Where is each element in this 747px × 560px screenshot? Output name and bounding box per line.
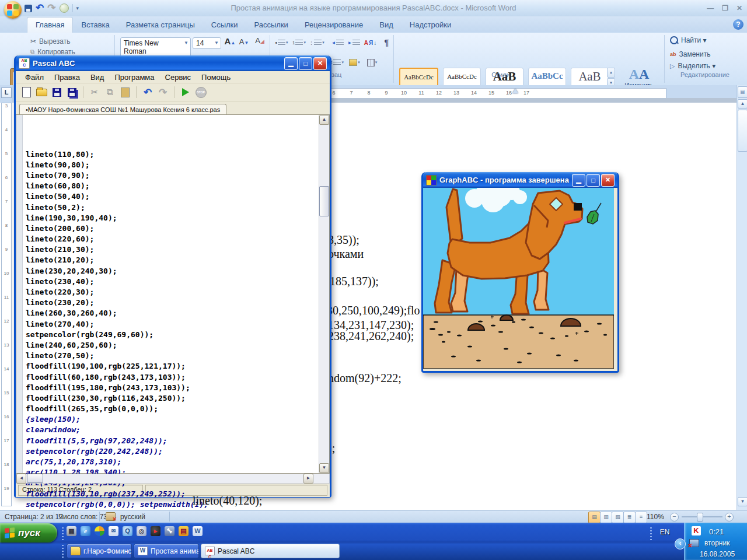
restore-icon[interactable]: ❐: [722, 4, 728, 12]
undo-button[interactable]: ↶: [142, 86, 153, 98]
code-line[interactable]: lineto(60,80);: [26, 181, 208, 191]
menu-item[interactable]: Правка: [50, 72, 85, 82]
pilcrow-button[interactable]: ¶: [378, 36, 395, 50]
code-line[interactable]: lineto(50,2);: [26, 202, 208, 213]
save-button[interactable]: [51, 86, 62, 98]
scroll-thumb[interactable]: [27, 474, 43, 483]
scroll-up-icon[interactable]: ▲: [738, 99, 747, 108]
taskbar-button-folder[interactable]: г.Наро-Фоминск МА...: [67, 544, 132, 558]
quicktime-icon[interactable]: Q: [123, 526, 132, 536]
code-line[interactable]: floodfill(60,180,rgb(243,173,103));: [26, 372, 208, 383]
code-editor[interactable]: lineto(110,80);lineto(90,80);lineto(70,9…: [16, 114, 330, 474]
code-line[interactable]: arc(75,1,20,178,310);: [26, 457, 208, 467]
code-line[interactable]: floodfill(130,10,rgb(237,249,252));: [26, 489, 208, 499]
editor-tab[interactable]: •МАОУ Наро-Фоминская СОШ №1 Машурова Ксе…: [19, 104, 226, 114]
cut-button[interactable]: ✂: [89, 86, 100, 98]
minimize-icon[interactable]: —: [707, 4, 714, 12]
maximize-icon[interactable]: □: [299, 57, 312, 70]
bullets-button[interactable]: •▾: [273, 36, 290, 50]
code-line[interactable]: lineto(230,40);: [26, 276, 208, 287]
scroll-down-icon[interactable]: ▼: [738, 497, 747, 506]
taskbar-button-pascal[interactable]: ABC Pascal ABC: [201, 544, 340, 558]
qat-customize-icon[interactable]: ▾: [76, 3, 79, 13]
scroll-left-icon[interactable]: ◄: [16, 474, 26, 484]
increase-indent-button[interactable]: ►: [345, 36, 362, 50]
grow-font-button[interactable]: A▲: [223, 36, 237, 47]
indent-marker[interactable]: [512, 89, 518, 93]
redo-button[interactable]: ↷: [157, 86, 169, 98]
cd-player-icon[interactable]: ◎: [137, 526, 146, 536]
ribbon-tab[interactable]: Надстройки: [402, 18, 459, 33]
borders-button[interactable]: ▾: [364, 55, 381, 69]
cut-button[interactable]: ✂ Вырезать: [30, 37, 70, 46]
zoom-slider-thumb[interactable]: [697, 513, 703, 522]
zoom-level[interactable]: 110%: [647, 513, 664, 521]
code-line[interactable]: floodfill(5,5,rgb(97,202,248));: [26, 436, 208, 446]
moviemaker-icon[interactable]: ▤: [179, 526, 189, 536]
close-icon[interactable]: ✕: [736, 4, 742, 12]
view-reading-button[interactable]: ▥: [600, 512, 612, 523]
font-size-combo[interactable]: 14▼: [193, 37, 221, 49]
redo-icon[interactable]: ↷: [47, 3, 55, 13]
clock[interactable]: 0:21: [709, 527, 724, 536]
code-line[interactable]: line(230,20,240,30);: [26, 266, 208, 276]
qat-mode-icon[interactable]: [60, 4, 69, 13]
code-line[interactable]: lineto(220,60);: [26, 234, 208, 244]
ribbon-tab[interactable]: Разметка страницы: [118, 18, 203, 33]
sort-button[interactable]: АЯ↓: [362, 36, 379, 50]
run-button[interactable]: [180, 86, 191, 98]
scroll-down-icon[interactable]: ▼: [319, 463, 329, 473]
find-button[interactable]: Найти ▾: [670, 36, 707, 44]
ribbon-tab[interactable]: Вставка: [73, 18, 117, 33]
zoom-in-icon[interactable]: +: [725, 513, 734, 522]
ribbon-tab[interactable]: Рецензирование: [296, 18, 371, 33]
open-file-button[interactable]: [36, 86, 47, 98]
menu-item[interactable]: Файл: [20, 72, 48, 82]
word-icon[interactable]: W: [193, 526, 203, 536]
view-print-layout-button[interactable]: ▤: [588, 512, 601, 523]
clear-formatting-button[interactable]: А◢: [252, 36, 267, 46]
code-line[interactable]: line(240,60,250,60);: [26, 340, 208, 351]
pascal-title-bar[interactable]: ABC Pascal ABC ▁ □ ✕: [16, 55, 330, 71]
code-line[interactable]: floodfill(230,30,rgb(116,243,250));: [26, 393, 208, 404]
help-button[interactable]: ?: [733, 19, 743, 30]
maximize-icon[interactable]: □: [587, 174, 600, 187]
close-icon[interactable]: ✕: [313, 57, 327, 70]
scroll-thumb[interactable]: [738, 110, 747, 152]
code-line[interactable]: {sleep(150);: [26, 414, 208, 425]
code-line[interactable]: lineto(110,80);: [26, 149, 208, 160]
document-scrollbar[interactable]: ▤ ▲ ▼: [736, 85, 747, 510]
decrease-indent-button[interactable]: ◄: [329, 36, 346, 50]
multilevel-list-button[interactable]: ⋮▾: [308, 36, 325, 50]
view-outline-button[interactable]: ≣: [623, 512, 636, 523]
menu-item[interactable]: Программа: [110, 72, 159, 82]
code-line[interactable]: line(190,30,190,40);: [26, 213, 208, 223]
code-line[interactable]: setpencolor(rgb(0,0,0)); setpenwidth(1);: [26, 499, 208, 510]
paste-button[interactable]: [119, 86, 131, 98]
copy-button[interactable]: ⧉ Копировать: [30, 48, 75, 56]
minimize-icon[interactable]: ▁: [572, 174, 585, 187]
taskbar-button-word[interactable]: W Простая анимация н...: [134, 544, 199, 558]
code-line[interactable]: line(260,30,260,40);: [26, 308, 208, 318]
code-line[interactable]: floodfill(265,35,rgb(0,0,0));: [26, 404, 208, 414]
code-line[interactable]: lineto(90,80);: [26, 160, 208, 170]
messenger-icon[interactable]: ▦: [67, 526, 76, 536]
ie-icon[interactable]: e: [81, 526, 90, 536]
font-name-combo[interactable]: Times New Roman▼: [120, 37, 191, 57]
stop-button[interactable]: STOP: [195, 86, 207, 98]
ribbon-tab[interactable]: Ссылки: [203, 18, 246, 33]
code-line[interactable]: floodfill(195,180,rgb(243,173,103));: [26, 383, 208, 393]
code-line[interactable]: lineto(230,20);: [26, 298, 208, 308]
ruler-toggle-button[interactable]: ▤: [738, 86, 747, 98]
tab-selector[interactable]: L: [1, 88, 12, 98]
start-button[interactable]: пуск: [0, 523, 57, 542]
network-icon[interactable]: [689, 539, 699, 547]
graphabc-title-bar[interactable]: GraphABC - программа завершена ▁ □ ✕: [423, 172, 617, 188]
new-file-button[interactable]: [20, 86, 32, 98]
scroll-thumb[interactable]: [319, 186, 329, 216]
language-bar[interactable]: EN: [657, 527, 672, 537]
word-count[interactable]: Число слов: 731: [58, 513, 111, 521]
menu-item[interactable]: Помощь: [197, 72, 235, 82]
code-line[interactable]: lineto(210,30);: [26, 244, 208, 255]
undo-icon[interactable]: ↶: [36, 3, 44, 13]
